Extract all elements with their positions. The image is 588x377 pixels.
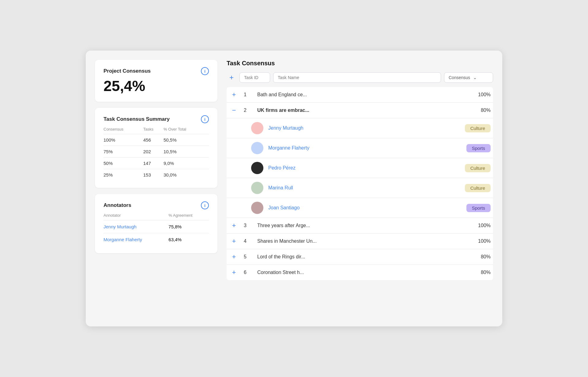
task-consensus-6: 80% [472, 270, 491, 275]
task-consensus-3: 100% [472, 223, 491, 228]
annotator-row: Morganne Flaherty Sports [227, 138, 493, 158]
tag-culture: Culture [465, 184, 491, 192]
avatar [251, 122, 263, 134]
annotators-card: Annotators i Annotator % Agreement Jenny… [95, 194, 217, 253]
table-row: 25% 153 30,0% [104, 169, 209, 181]
project-consensus-value: 25,4% [104, 78, 209, 94]
annotator-row: Marina Rull Culture [227, 178, 493, 198]
summary-table: Consensus Tasks % Over Total 100% 456 50… [104, 127, 209, 181]
task-toggle-5[interactable]: + [229, 253, 239, 260]
summary-pct: 30,0% [164, 169, 209, 181]
add-filter-button[interactable]: + [227, 74, 236, 81]
annotators-header: Annotators i [104, 201, 209, 209]
annotator-name[interactable]: Morganne Flaherty [104, 233, 168, 246]
summary-pct: 9,0% [164, 158, 209, 169]
right-title: Task Consensus [227, 60, 493, 67]
annotator-row: Jenny Murtaugh Culture [227, 118, 493, 138]
avatar [251, 182, 263, 194]
task-consensus-1: 100% [472, 92, 491, 97]
annotator-name-link[interactable]: Joan Santiago [268, 205, 462, 211]
tag-culture: Culture [465, 164, 491, 172]
task-row: + 1 Bath and England ce... 100% [227, 87, 493, 103]
task-name-5: Lord of the Rings dir... [257, 254, 467, 260]
summary-tasks: 456 [143, 134, 164, 146]
annotator-row: Pedro Pérez Culture [227, 158, 493, 178]
table-row: 50% 147 9,0% [104, 158, 209, 169]
table-row: 75% 202 10,5% [104, 146, 209, 158]
annotators-col-name: Annotator [104, 213, 168, 220]
task-toggle-4[interactable]: + [229, 238, 239, 245]
tag-sports: Sports [466, 204, 491, 212]
tag-culture: Culture [465, 124, 491, 132]
task-toggle-6[interactable]: + [229, 269, 239, 276]
task-row: + 3 Three years after Arge... 100% [227, 218, 493, 234]
avatar [251, 142, 263, 154]
task-name-6: Coronation Street h... [257, 270, 467, 275]
right-panel: Task Consensus + Consensus ⌄ + 1 Bath an… [227, 60, 493, 317]
summary-tasks: 202 [143, 146, 164, 158]
summary-tasks: 147 [143, 158, 164, 169]
task-consensus-summary-header: Task Consensus Summary i [104, 115, 209, 123]
task-id-2: 2 [244, 108, 252, 113]
project-consensus-card: Project Consensus i 25,4% [95, 60, 217, 102]
task-consensus-2: 80% [472, 108, 491, 113]
summary-consensus: 50% [104, 158, 143, 169]
task-consensus-summary-title: Task Consensus Summary [104, 116, 170, 122]
annotator-name[interactable]: Jenny Murtaugh [104, 220, 168, 233]
project-consensus-title: Project Consensus [104, 68, 151, 74]
table-row: Jenny Murtaugh 75,8% [104, 220, 209, 233]
summary-pct: 50,5% [164, 134, 209, 146]
consensus-dropdown[interactable]: Consensus ⌄ [444, 72, 493, 83]
task-id-input[interactable] [239, 72, 270, 83]
task-consensus-5: 80% [472, 254, 491, 260]
consensus-dropdown-label: Consensus [449, 75, 470, 80]
summary-pct: 10,5% [164, 146, 209, 158]
annotators-table: Annotator % Agreement Jenny Murtaugh 75,… [104, 213, 209, 246]
task-name-3: Three years after Arge... [257, 223, 467, 228]
task-consensus-4: 100% [472, 238, 491, 244]
summary-consensus: 75% [104, 146, 143, 158]
task-id-1: 1 [244, 92, 252, 97]
annotator-pct: 75,8% [168, 220, 209, 233]
task-consensus-summary-card: Task Consensus Summary i Consensus Tasks… [95, 108, 217, 188]
annotator-name-link[interactable]: Pedro Pérez [268, 165, 460, 171]
annotators-info-icon[interactable]: i [201, 201, 209, 209]
annotators-col-pct: % Agreement [168, 213, 209, 220]
table-row: 100% 456 50,5% [104, 134, 209, 146]
task-name-input[interactable] [273, 72, 441, 83]
task-name-1: Bath and England ce... [257, 92, 467, 97]
task-row: − 2 UK firms are embrac... 80% [227, 103, 493, 118]
chevron-down-icon: ⌄ [473, 75, 488, 80]
table-row: Morganne Flaherty 63,4% [104, 233, 209, 246]
annotator-name-link[interactable]: Marina Rull [268, 185, 460, 191]
project-consensus-header: Project Consensus i [104, 67, 209, 75]
task-id-5: 5 [244, 254, 252, 260]
summary-col-consensus: Consensus [104, 127, 143, 134]
task-toggle-3[interactable]: + [229, 222, 239, 229]
summary-tasks: 153 [143, 169, 164, 181]
avatar [251, 162, 263, 174]
annotator-name-link[interactable]: Morganne Flaherty [268, 145, 462, 151]
main-container: Project Consensus i 25,4% Task Consensus… [86, 51, 502, 326]
summary-col-pct: % Over Total [164, 127, 209, 134]
task-row: + 6 Coronation Street h... 80% [227, 265, 493, 280]
summary-consensus: 100% [104, 134, 143, 146]
project-consensus-info-icon[interactable]: i [201, 67, 209, 75]
task-toggle-2[interactable]: − [229, 107, 239, 114]
annotator-name-link[interactable]: Jenny Murtaugh [268, 125, 460, 131]
avatar [251, 202, 263, 214]
left-panel: Project Consensus i 25,4% Task Consensus… [95, 60, 217, 317]
summary-consensus: 25% [104, 169, 143, 181]
annotator-row: Joan Santiago Sports [227, 198, 493, 218]
task-id-3: 3 [244, 223, 252, 228]
tag-sports: Sports [466, 144, 491, 152]
task-row: + 4 Shares in Manchester Un... 100% [227, 234, 493, 249]
task-id-6: 6 [244, 270, 252, 275]
annotators-title: Annotators [104, 202, 131, 208]
task-list: + 1 Bath and England ce... 100% − 2 UK f… [227, 87, 493, 280]
annotator-pct: 63,4% [168, 233, 209, 246]
task-toggle-1[interactable]: + [229, 91, 239, 98]
task-name-4: Shares in Manchester Un... [257, 238, 467, 244]
filter-row: + Consensus ⌄ [227, 72, 493, 83]
task-consensus-summary-info-icon[interactable]: i [201, 115, 209, 123]
